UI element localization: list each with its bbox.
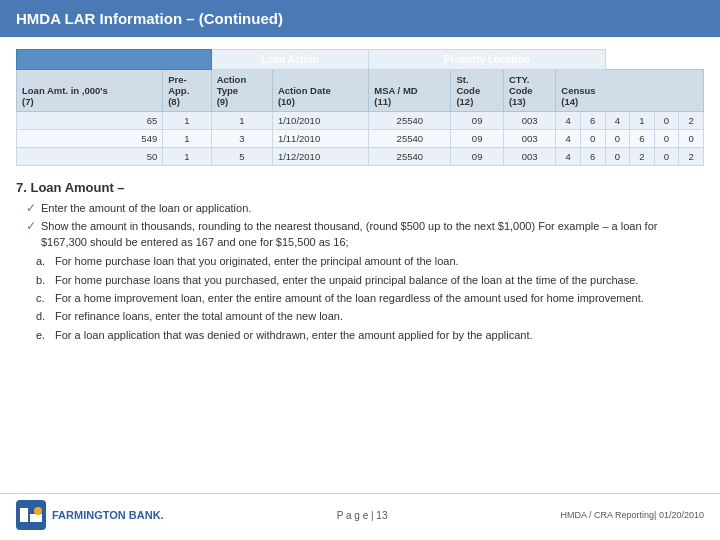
sub-label-d: d. (36, 309, 51, 324)
col-census: Census(14) (556, 70, 704, 112)
sub-text-b: For home purchase loans that you purchas… (55, 273, 638, 288)
data-table: Loan Action Property Location Loan Amt. … (16, 49, 704, 166)
col-st-code: St.Code(12) (451, 70, 503, 112)
cell-census-4: 6 (630, 130, 655, 148)
cell-census-4: 2 (630, 148, 655, 166)
cell-census-4: 1 (630, 112, 655, 130)
cell-action-date: 1/11/2010 (272, 130, 368, 148)
cell-action-date: 1/12/2010 (272, 148, 368, 166)
col-cty-code: CTY.Code(13) (503, 70, 555, 112)
cell-census-1: 4 (556, 148, 581, 166)
property-location-group: Property Location (369, 50, 605, 70)
column-header-row: Loan Amt. in ,000's(7) Pre-App.(8) Actio… (17, 70, 704, 112)
col-pre-app: Pre-App.(8) (163, 70, 211, 112)
col-action-date: Action Date(10) (272, 70, 368, 112)
cell-st-code: 09 (451, 148, 503, 166)
cell-st-code: 09 (451, 112, 503, 130)
cell-action-type: 3 (211, 130, 272, 148)
footer-logo: FARMINGTON BANK. (16, 500, 164, 530)
sub-label-c: c. (36, 291, 51, 306)
cell-action-date: 1/10/2010 (272, 112, 368, 130)
sub-text-c: For a home improvement loan, enter the e… (55, 291, 644, 306)
cell-msa-md: 25540 (369, 130, 451, 148)
cell-census-6: 0 (679, 130, 704, 148)
section-heading: Loan Amount – (30, 180, 124, 195)
sub-text-a: For home purchase loan that you originat… (55, 254, 459, 269)
sub-list: a. For home purchase loan that you origi… (16, 254, 704, 343)
cell-cty-code: 003 (503, 148, 555, 166)
loan-action-group: Loan Action (211, 50, 369, 70)
sub-text-e: For a loan application that was denied o… (55, 328, 533, 343)
cell-action-type: 1 (211, 112, 272, 130)
svg-point-3 (34, 507, 42, 515)
footer-brand-name: FARMINGTON BANK. (52, 509, 164, 521)
footer-right-text: HMDA / CRA Reporting| 01/20/2010 (561, 510, 704, 520)
footer: FARMINGTON BANK. P a g e | 13 HMDA / CRA… (0, 493, 720, 530)
cell-census-3: 0 (605, 148, 630, 166)
footer-page-label: P a g e | 13 (337, 510, 388, 521)
header: HMDA LAR Information – (Continued) (0, 0, 720, 37)
cell-cty-code: 003 (503, 112, 555, 130)
cell-census-1: 4 (556, 112, 581, 130)
cell-census-5: 0 (654, 148, 679, 166)
sub-item-b: b. For home purchase loans that you purc… (36, 273, 704, 288)
sub-label-a: a. (36, 254, 51, 269)
cell-cty-code: 003 (503, 130, 555, 148)
cell-census-6: 2 (679, 148, 704, 166)
sub-label-b: b. (36, 273, 51, 288)
section-7: 7. Loan Amount – ✓ Enter the amount of t… (16, 180, 704, 343)
table-row: 549 1 3 1/11/2010 25540 09 003 4 0 0 6 0… (17, 130, 704, 148)
cell-msa-md: 25540 (369, 112, 451, 130)
check-item-1: ✓ Enter the amount of the loan or applic… (16, 201, 704, 216)
cell-census-6: 2 (679, 112, 704, 130)
cell-pre-app: 1 (163, 112, 211, 130)
cell-census-3: 4 (605, 112, 630, 130)
bank-logo-icon (16, 500, 46, 530)
cell-census-2: 6 (580, 148, 605, 166)
sub-item-c: c. For a home improvement loan, enter th… (36, 291, 704, 306)
table-section: Loan Action Property Location Loan Amt. … (16, 49, 704, 166)
cell-census-2: 6 (580, 112, 605, 130)
sub-item-e: e. For a loan application that was denie… (36, 328, 704, 343)
sub-item-d: d. For refinance loans, enter the total … (36, 309, 704, 324)
empty-group (17, 50, 212, 70)
group-header-row: Loan Action Property Location (17, 50, 704, 70)
check-item-2: ✓ Show the amount in thousands, rounding… (16, 219, 704, 250)
col-loan-amt: Loan Amt. in ,000's(7) (17, 70, 163, 112)
cell-census-5: 0 (654, 112, 679, 130)
checkmark-icon-2: ✓ (26, 219, 36, 233)
check-text-2: Show the amount in thousands, rounding t… (41, 219, 704, 250)
section-title: 7. Loan Amount – (16, 180, 704, 195)
cell-action-type: 5 (211, 148, 272, 166)
cell-census-1: 4 (556, 130, 581, 148)
cell-pre-app: 1 (163, 130, 211, 148)
sub-item-a: a. For home purchase loan that you origi… (36, 254, 704, 269)
table-row: 65 1 1 1/10/2010 25540 09 003 4 6 4 1 0 … (17, 112, 704, 130)
svg-rect-2 (30, 514, 42, 522)
cell-census-5: 0 (654, 130, 679, 148)
cell-census-2: 0 (580, 130, 605, 148)
col-action-type: ActionType(9) (211, 70, 272, 112)
cell-st-code: 09 (451, 130, 503, 148)
page-title: HMDA LAR Information – (Continued) (16, 10, 283, 27)
cell-census-3: 0 (605, 130, 630, 148)
sub-label-e: e. (36, 328, 51, 343)
cell-loan-amt: 65 (17, 112, 163, 130)
table-row: 50 1 5 1/12/2010 25540 09 003 4 6 0 2 0 … (17, 148, 704, 166)
cell-loan-amt: 549 (17, 130, 163, 148)
cell-pre-app: 1 (163, 148, 211, 166)
col-msa-md: MSA / MD(11) (369, 70, 451, 112)
cell-loan-amt: 50 (17, 148, 163, 166)
check-text-1: Enter the amount of the loan or applicat… (41, 201, 251, 216)
section-number: 7. (16, 180, 27, 195)
svg-rect-1 (20, 508, 28, 522)
sub-text-d: For refinance loans, enter the total amo… (55, 309, 343, 324)
checkmark-icon-1: ✓ (26, 201, 36, 215)
cell-msa-md: 25540 (369, 148, 451, 166)
